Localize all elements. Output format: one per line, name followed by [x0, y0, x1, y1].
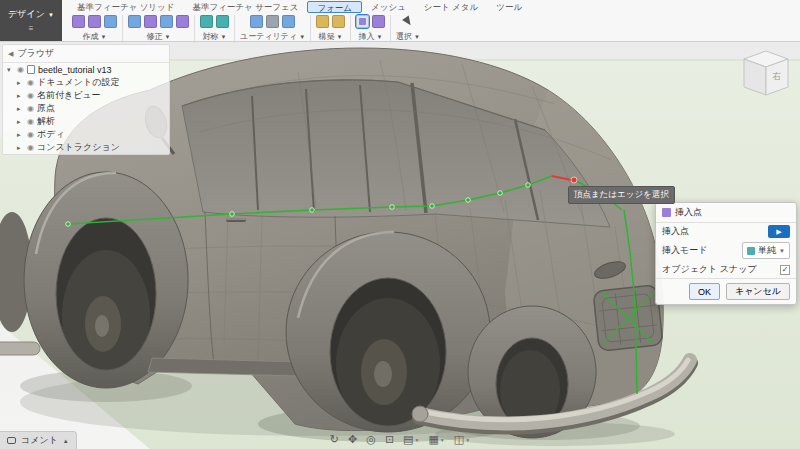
construction-axis-icon[interactable] [332, 15, 345, 28]
subdivide-icon[interactable] [160, 15, 173, 28]
visibility-icon[interactable]: ◉ [27, 130, 34, 139]
fusion-window: デザイン▼ ≡ 基準フィーチャ ソリッド 基準フィーチャ サーフェス フォーム … [0, 0, 800, 449]
cancel-button[interactable]: キャンセル [726, 283, 790, 300]
display-settings-icon[interactable]: ▤▼ [403, 433, 419, 446]
browser-item-analysis[interactable]: ▸ ◉ 解析 [3, 115, 169, 128]
dialog-header[interactable]: 挿入点 [656, 203, 796, 223]
viewports-icon[interactable]: ◫▼ [454, 433, 470, 446]
browser-item-origin[interactable]: ▸ ◉ 原点 [3, 102, 169, 115]
visibility-icon[interactable]: ◉ [27, 91, 34, 100]
caret-up-icon: ▲ [63, 438, 69, 444]
tab-surface[interactable]: 基準フィーチャ サーフェス [183, 1, 307, 13]
workspace-label: デザイン [8, 8, 45, 21]
group-select: 選択▼ [392, 14, 424, 42]
visibility-icon[interactable]: ◉ [27, 143, 34, 152]
group-separator [350, 15, 351, 43]
edit-form-icon[interactable] [128, 15, 141, 28]
caret-down-icon: ▼ [465, 437, 470, 443]
circular-symmetry-icon[interactable] [216, 15, 229, 28]
expand-arrow-icon[interactable]: ▸ [17, 105, 24, 113]
ribbon-main: 基準フィーチャ ソリッド 基準フィーチャ サーフェス フォーム メッシュ シート… [62, 0, 800, 41]
insert-mode-dropdown[interactable]: 単純 ▼ [742, 242, 790, 259]
insert-point-icon[interactable] [356, 15, 369, 28]
front-bumper[interactable] [0, 342, 40, 355]
visibility-icon[interactable]: ◉ [27, 78, 34, 87]
expand-arrow-icon[interactable]: ▸ [17, 144, 24, 152]
group-create-label[interactable]: 作成▼ [83, 31, 107, 42]
group-construct: 構築▼ [312, 14, 349, 42]
comment-bubble-icon [7, 437, 16, 444]
expand-arrow-icon[interactable]: ▸ [17, 131, 24, 139]
browser-item-document-settings[interactable]: ▸ ◉ ドキュメントの設定 [3, 76, 169, 89]
display-mode-icon[interactable] [250, 15, 263, 28]
caret-down-icon: ▼ [440, 437, 445, 443]
ok-button[interactable]: OK [689, 283, 720, 300]
visibility-icon[interactable]: ◉ [27, 104, 34, 113]
group-construct-label[interactable]: 構築▼ [319, 31, 343, 42]
group-symmetry: 対称▼ [196, 14, 233, 42]
group-separator [194, 15, 195, 43]
cylinder-primitive-icon[interactable] [104, 15, 117, 28]
document-icon [27, 65, 35, 74]
browser-title: ブラウザ [17, 47, 54, 60]
group-symmetry-label[interactable]: 対称▼ [203, 31, 227, 42]
orbit-icon[interactable]: ↻ [330, 433, 339, 446]
insert-mesh-icon[interactable] [372, 15, 385, 28]
group-insert-label[interactable]: 挿入▼ [359, 31, 383, 42]
group-utilities: ユーティリティ▼ [236, 14, 309, 42]
viewcube[interactable]: 右 [736, 45, 792, 101]
browser-item-bodies[interactable]: ▸ ◉ ボディ [3, 128, 169, 141]
tab-sheet-metal[interactable]: シート メタル [415, 1, 487, 13]
mirror-symmetry-icon[interactable] [200, 15, 213, 28]
visibility-icon[interactable]: ◉ [17, 65, 24, 74]
tab-form[interactable]: フォーム [307, 1, 362, 13]
caret-down-icon: ▼ [299, 34, 305, 40]
expand-arrow-icon[interactable]: ▸ [17, 118, 24, 126]
browser-header[interactable]: ◀ ブラウザ [3, 45, 169, 63]
repair-body-icon[interactable] [266, 15, 279, 28]
insert-mode-label: 挿入モード [662, 244, 707, 257]
insert-point-selection-chip[interactable]: ▶ [768, 225, 790, 238]
crease-icon[interactable] [176, 15, 189, 28]
group-utilities-label[interactable]: ユーティリティ▼ [240, 31, 305, 42]
comments-bar[interactable]: コメント ▲ [0, 431, 77, 449]
fit-icon[interactable]: ⊡ [385, 433, 394, 446]
utilities-icon[interactable] [282, 15, 295, 28]
expand-arrow-icon[interactable]: ▸ [17, 92, 24, 100]
group-modify-label[interactable]: 修正▼ [147, 31, 171, 42]
object-snap-label: オブジェクト スナップ [662, 263, 757, 276]
plane-primitive-icon[interactable] [88, 15, 101, 28]
select-cursor-icon[interactable] [402, 16, 414, 28]
workspace-switcher[interactable]: デザイン▼ ≡ [0, 0, 62, 41]
caret-down-icon: ▼ [414, 34, 420, 40]
construction-plane-icon[interactable] [316, 15, 329, 28]
pan-icon[interactable]: ✥ [348, 433, 357, 446]
insert-mode-option-icon [747, 247, 755, 255]
tab-solid[interactable]: 基準フィーチャ ソリッド [68, 1, 183, 13]
selection-tooltip: 頂点またはエッジを選択 [568, 186, 675, 204]
expand-arrow-icon[interactable]: ▾ [7, 66, 14, 74]
insert-point-dialog-icon [662, 208, 671, 217]
viewcube-graphic[interactable]: 右 [736, 45, 792, 101]
object-snap-checkbox[interactable]: ✓ [780, 265, 790, 275]
viewcube-face-label: 右 [772, 71, 782, 81]
group-create: 作成▼ [68, 14, 121, 42]
viewport[interactable]: ◀ ブラウザ ▾ ◉ beetle_tutorial v13 ▸ ◉ ドキュメン… [0, 42, 800, 449]
insert-point-row: 挿入点 ▶ [656, 223, 796, 240]
collapse-browser-icon[interactable]: ◀ [8, 50, 13, 58]
highlighted-vertex-red[interactable] [571, 177, 577, 183]
tab-tools[interactable]: ツール [487, 1, 531, 13]
browser-item-named-views[interactable]: ▸ ◉ 名前付きビュー [3, 89, 169, 102]
browser-root-row[interactable]: ▾ ◉ beetle_tutorial v13 [3, 63, 169, 76]
box-primitive-icon[interactable] [72, 15, 85, 28]
visibility-icon[interactable]: ◉ [27, 117, 34, 126]
tab-mesh[interactable]: メッシュ [362, 1, 415, 13]
expand-arrow-icon[interactable]: ▸ [17, 79, 24, 87]
grid-settings-icon[interactable]: ▦▼ [428, 433, 444, 446]
group-select-label[interactable]: 選択▼ [396, 31, 420, 42]
browser-item-construction[interactable]: ▸ ◉ コンストラクション [3, 141, 169, 154]
zoom-icon[interactable]: ◎ [366, 433, 376, 446]
tool-groups: 作成▼ 修正▼ [62, 14, 800, 43]
insert-edge-icon[interactable] [144, 15, 157, 28]
dialog-insert-point: 挿入点 挿入点 ▶ 挿入モード 単純 ▼ オブジェクト スナップ ✓ OK キ [655, 202, 797, 305]
